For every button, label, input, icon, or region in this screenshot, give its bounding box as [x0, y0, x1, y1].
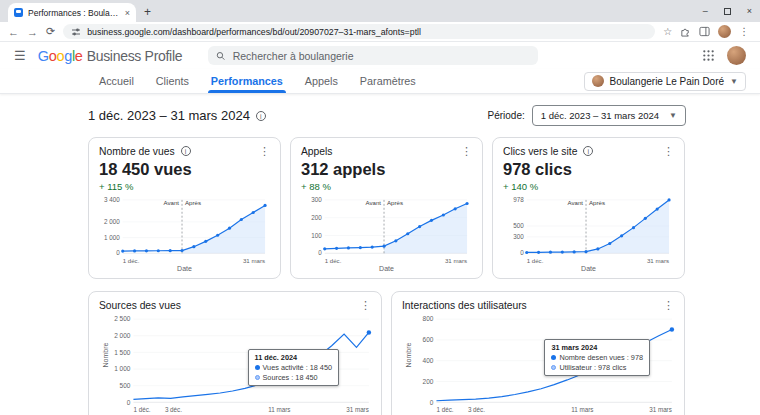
tab-appels[interactable]: Appels: [294, 69, 349, 93]
browser-profile-avatar[interactable]: [718, 25, 731, 38]
svg-text:800: 800: [423, 315, 434, 322]
svg-text:200: 200: [423, 378, 434, 385]
forward-button[interactable]: →: [27, 26, 38, 38]
x-axis-label: Date: [503, 265, 674, 272]
svg-text:2 500: 2 500: [114, 315, 131, 322]
info-icon[interactable]: i: [583, 146, 593, 156]
svg-text:11 mars: 11 mars: [571, 406, 593, 413]
business-name: Boulangerie Le Pain Doré: [610, 76, 725, 87]
bookmark-star-icon[interactable]: ☆: [663, 26, 672, 37]
tab-favicon: [14, 8, 23, 17]
series-dot: [551, 365, 556, 370]
back-button[interactable]: ←: [8, 26, 19, 38]
site-settings-icon[interactable]: [71, 27, 81, 37]
extensions-puzzle-icon[interactable]: [680, 26, 691, 37]
svg-text:31 mars: 31 mars: [445, 257, 467, 264]
metric-delta: + 88 %: [301, 181, 472, 192]
search-icon: [216, 51, 225, 61]
svg-text:3 déc.: 3 déc.: [165, 406, 182, 413]
period-label: Période:: [488, 110, 525, 121]
svg-text:3 déc.: 3 déc.: [468, 406, 485, 413]
svg-text:0: 0: [430, 399, 434, 406]
tooltip-date: 31 mars 2024: [551, 343, 643, 352]
card-menu-icon[interactable]: ⋮: [663, 300, 674, 310]
window-close-button[interactable]: ×: [747, 6, 752, 16]
metric-delta: + 115 %: [99, 181, 270, 192]
apps-grid-icon[interactable]: [702, 49, 715, 62]
svg-text:1 000: 1 000: [114, 365, 131, 372]
metric-card-views: Nombre de vues i ⋮ 18 450 vues + 115 % 3…: [88, 137, 281, 279]
browser-tab[interactable]: Performances : Boulangerie Art ×: [8, 3, 136, 22]
main-menu-icon[interactable]: ☰: [14, 48, 26, 63]
svg-text:31 mars: 31 mars: [346, 406, 369, 413]
svg-text:1 000: 1 000: [104, 234, 120, 241]
views-chart[interactable]: 3 4002 0001 0000AvantAprès1 déc.31 mars: [99, 192, 270, 265]
tab-clients[interactable]: Clients: [145, 69, 200, 93]
chevron-down-icon: ▼: [669, 111, 677, 120]
svg-text:31 mars: 31 mars: [243, 257, 265, 264]
metric-card-clicks: Clics vers le site i ⋮ 978 clics + 140 %…: [492, 137, 685, 279]
url-text: business.google.com/dashboard/performanc…: [87, 27, 421, 37]
new-tab-button[interactable]: +: [144, 3, 151, 22]
svg-text:31 mars: 31 mars: [649, 406, 672, 413]
sources-card: Sources des vues ⋮ Nombre 2 5002 0001 50…: [88, 291, 382, 415]
series-dot: [255, 365, 260, 370]
tab-accueil[interactable]: Accueil: [88, 69, 145, 93]
app-header: ☰ GoogleBusiness Profile: [0, 42, 760, 69]
tab-parametres[interactable]: Paramètres: [349, 69, 427, 93]
chart-tooltip: 11 déc. 2024 Vues activité : 18 450 Sour…: [248, 349, 340, 386]
business-selector[interactable]: Boulangerie Le Pain Doré ▼: [584, 72, 746, 91]
svg-text:0: 0: [318, 249, 322, 256]
svg-text:1 déc.: 1 déc.: [436, 406, 453, 413]
side-panel-icon[interactable]: [699, 26, 710, 37]
metric-delta: + 140 %: [503, 181, 674, 192]
svg-text:Après: Après: [589, 199, 605, 206]
info-icon[interactable]: i: [181, 146, 191, 156]
svg-text:1 déc.: 1 déc.: [527, 257, 544, 264]
chrome-menu-icon[interactable]: ⋮: [739, 26, 749, 37]
metric-value: 312 appels: [301, 160, 472, 179]
metric-value: 18 450 vues: [99, 160, 270, 179]
series-dot: [551, 355, 556, 360]
svg-text:400: 400: [423, 357, 434, 364]
period-dropdown[interactable]: 1 déc. 2023 – 31 mars 2024 ▼: [532, 105, 686, 126]
calls-chart[interactable]: 3002001000AvantAprès1 déc.31 mars: [301, 192, 472, 265]
chart-tooltip: 31 mars 2024 Nombre desen vues : 978 Uti…: [544, 339, 650, 376]
account-avatar[interactable]: [727, 46, 746, 65]
tooltip-row: Sources : 18 450: [263, 373, 318, 382]
tooltip-row: Vues activité : 18 450: [263, 363, 333, 372]
product-name: Business Profile: [87, 48, 183, 64]
svg-text:978: 978: [513, 196, 524, 203]
svg-text:3 400: 3 400: [104, 196, 120, 203]
svg-text:0: 0: [520, 249, 524, 256]
metric-card-calls: Appels ⋮ 312 appels + 88 % 3002001000Ava…: [290, 137, 483, 279]
tab-close-icon[interactable]: ×: [125, 8, 130, 18]
window-maximize-button[interactable]: [724, 8, 731, 15]
info-icon[interactable]: i: [256, 111, 266, 121]
card-menu-icon[interactable]: ⋮: [259, 146, 270, 156]
card-menu-icon[interactable]: ⋮: [461, 146, 472, 156]
interactions-card: Interactions des utilisateurs ⋮ Nombre 8…: [391, 291, 685, 415]
svg-text:1 déc.: 1 déc.: [123, 257, 140, 264]
svg-text:200: 200: [311, 214, 322, 221]
tab-performances[interactable]: Performances: [200, 69, 294, 93]
card-menu-icon[interactable]: ⋮: [360, 300, 371, 310]
metric-value: 978 clics: [503, 160, 674, 179]
url-bar[interactable]: business.google.com/dashboard/performanc…: [63, 24, 655, 39]
card-menu-icon[interactable]: ⋮: [663, 146, 674, 156]
y-axis-label: Nombre: [405, 342, 412, 367]
svg-text:600: 600: [423, 336, 434, 343]
clicks-chart[interactable]: 9785003000AvantAprès1 déc.31 mars: [503, 192, 674, 265]
svg-text:300: 300: [513, 233, 524, 240]
svg-text:0: 0: [127, 399, 131, 406]
card-title: Nombre de vues: [99, 146, 175, 157]
svg-text:500: 500: [120, 382, 131, 389]
card-title: Clics vers le site: [503, 146, 577, 157]
series-dot: [255, 375, 260, 380]
reload-button[interactable]: ⟳: [46, 25, 55, 38]
search-input[interactable]: [233, 50, 531, 62]
search-box[interactable]: [208, 46, 538, 65]
svg-text:Après: Après: [387, 199, 403, 206]
window-minimize-button[interactable]: –: [703, 6, 708, 16]
tab-title: Performances : Boulangerie Art: [28, 8, 120, 18]
